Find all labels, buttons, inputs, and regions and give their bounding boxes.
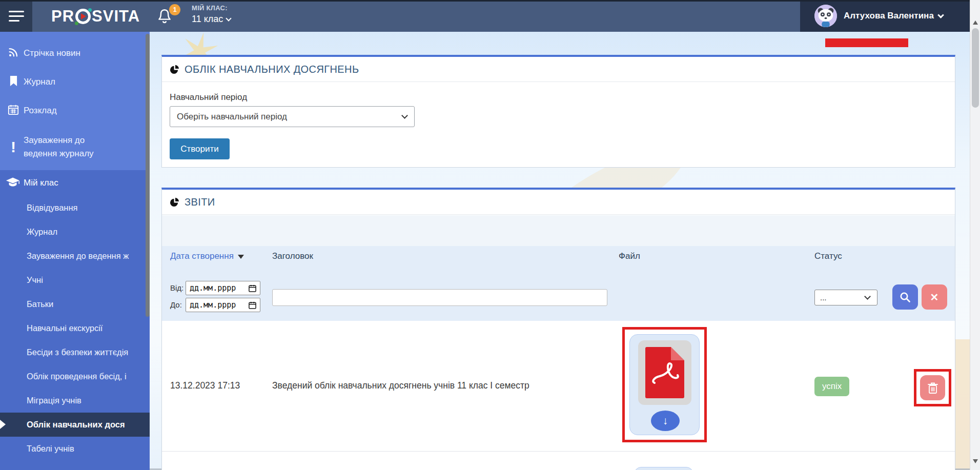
table-header-area: Дата створення Заголовок Файл Статус Від… <box>162 246 955 321</box>
sidebar-item-report-cards[interactable]: Табелі учнів <box>0 437 150 461</box>
sidebar-item-attendance[interactable]: Відвідування <box>0 196 150 220</box>
sidebar-item-journal[interactable]: Журнал <box>0 68 150 96</box>
sidebar-scrollbar[interactable] <box>146 32 150 470</box>
pdf-file-icon <box>645 347 684 398</box>
sidebar-item-safety-talks[interactable]: Бесіди з безпеки життєдія <box>0 340 150 364</box>
sidebar-item-news-feed[interactable]: Стрічка новин <box>0 39 150 68</box>
achievements-card: ОБЛІК НАВЧАЛЬНИХ ДОСЯГНЕНЬ Навчальний пе… <box>161 55 955 168</box>
hamburger-menu-button[interactable] <box>0 0 32 32</box>
period-select[interactable]: Оберіть навчальний період <box>170 106 415 127</box>
clear-filters-button[interactable]: ✕ <box>922 284 947 310</box>
delete-button[interactable] <box>920 375 945 400</box>
scrollbar-thumb[interactable] <box>972 28 979 108</box>
reports-card: ЗВІТИ Дата створення Заголовок Файл Стат… <box>161 188 955 470</box>
trash-icon <box>927 382 938 394</box>
column-header-date-sort[interactable]: Дата створення <box>170 251 244 261</box>
pie-chart-icon <box>170 65 179 74</box>
logo-text-post: SVITA <box>92 7 140 26</box>
graduation-cap-icon <box>5 176 21 190</box>
sort-desc-icon <box>238 255 244 259</box>
sidebar-item-excursions[interactable]: Навчальні екскурсії <box>0 316 150 340</box>
column-header-title: Заголовок <box>272 251 313 261</box>
user-menu[interactable]: Алтухова Валентина <box>800 0 970 32</box>
app-header: PR SVITA 1 МІЙ КЛАС: 11 клас <box>0 0 970 32</box>
pdf-file-tile-partial[interactable] <box>634 467 693 470</box>
hamburger-icon <box>9 11 24 12</box>
sidebar-item-journal-remarks[interactable]: ! Зауваження до ведення журналу <box>0 125 150 169</box>
my-class-dropdown[interactable]: 11 клас <box>192 14 231 25</box>
column-header-file: Файл <box>619 251 640 261</box>
date-from-label: Від: <box>170 283 183 292</box>
main-content: ✶ ОБЛІК НАВЧАЛЬНИХ ДОСЯГНЕНЬ Навчальний … <box>150 32 970 470</box>
chevron-down-icon <box>401 112 408 119</box>
user-name: Алтухова Валентина <box>844 11 943 21</box>
table-row-partial <box>162 452 955 470</box>
background-red-banner-decoration <box>825 38 908 47</box>
date-from-input[interactable]: дд.мм.рррр <box>186 281 260 295</box>
calendar-icon <box>7 104 20 118</box>
period-select-value: Оберіть навчальний період <box>177 112 287 122</box>
sidebar-nav: Стрічка новин Журнал Розклад ! Зауваженн… <box>0 32 150 470</box>
app-logo[interactable]: PR SVITA <box>51 7 140 26</box>
status-badge: успіх <box>814 377 849 396</box>
row-date: 13.12.2023 17:13 <box>170 380 240 391</box>
sidebar-section-my-class: Мій клас Відвідування Журнал Зауваження … <box>0 170 150 470</box>
create-button[interactable]: Створити <box>170 138 230 159</box>
status-filter-select[interactable]: ... <box>814 290 877 305</box>
sidebar-item-class-remarks[interactable]: Зауваження до ведення ж <box>0 244 150 268</box>
window-top-edge <box>0 0 980 2</box>
window-scrollbar[interactable] <box>970 0 980 470</box>
table-row: 13.12.2023 17:13 Зведений облік навчальн… <box>162 321 955 452</box>
search-icon <box>899 291 911 303</box>
scroll-down-arrow-icon[interactable] <box>973 459 978 463</box>
calendar-icon[interactable] <box>249 301 256 309</box>
bookmark-icon <box>7 75 20 89</box>
logo-text-pre: PR <box>51 7 74 26</box>
column-header-status: Статус <box>814 251 842 261</box>
row-title: Зведений облік навчальних досягнень учні… <box>272 380 529 391</box>
period-field-label: Навчальний період <box>170 92 247 103</box>
chevron-down-icon <box>226 15 232 21</box>
pie-chart-icon <box>170 197 179 207</box>
sidebar-item-my-class[interactable]: Мій клас <box>0 170 150 196</box>
notification-badge: 1 <box>169 4 180 15</box>
title-filter-input[interactable] <box>272 289 607 306</box>
exclamation-icon: ! <box>7 138 20 156</box>
sidebar-item-talks-record[interactable]: Облік проведення бесід, і <box>0 364 150 389</box>
date-to-input[interactable]: дд.мм.рррр <box>186 298 260 312</box>
download-arrow-icon: ↓ <box>663 415 668 427</box>
background-cream-decoration <box>953 339 970 470</box>
pdf-thumbnail <box>638 340 691 405</box>
chevron-down-icon <box>937 12 944 18</box>
sidebar-item-schedule[interactable]: Розклад <box>0 96 150 125</box>
avatar <box>814 5 837 27</box>
date-to-label: До: <box>170 300 182 309</box>
pdf-file-tile[interactable]: ↓ <box>629 334 700 435</box>
panda-avatar-icon <box>814 5 837 27</box>
chevron-down-icon <box>864 293 871 300</box>
active-item-arrow-icon <box>0 420 6 429</box>
file-annotation-box: ↓ <box>622 327 707 442</box>
sidebar-item-students[interactable]: Учні <box>0 268 150 292</box>
sidebar-scrollbar-thumb[interactable] <box>146 34 150 317</box>
close-icon: ✕ <box>930 291 939 303</box>
download-button[interactable]: ↓ <box>651 411 680 431</box>
notifications-button[interactable]: 1 <box>156 7 176 28</box>
sidebar-item-achievements-record[interactable]: Облік навчальних дося <box>0 413 150 437</box>
sidebar-item-class-journal[interactable]: Журнал <box>0 220 150 244</box>
sidebar-item-student-migration[interactable]: Міграція учнів <box>0 389 150 413</box>
rss-icon <box>7 47 20 60</box>
card-title: ОБЛІК НАВЧАЛЬНИХ ДОСЯГНЕНЬ <box>185 64 359 75</box>
delete-annotation-box <box>914 369 951 406</box>
table-toolbar <box>162 215 955 246</box>
sidebar-item-parents[interactable]: Батьки <box>0 292 150 316</box>
my-class-label: МІЙ КЛАС: <box>192 4 231 12</box>
calendar-icon[interactable] <box>249 284 256 292</box>
card-title: ЗВІТИ <box>185 196 215 208</box>
my-class-widget: МІЙ КЛАС: 11 клас <box>192 4 231 25</box>
logo-play-icon <box>75 9 91 24</box>
scroll-up-arrow-icon[interactable] <box>973 21 978 25</box>
search-button[interactable] <box>892 284 918 310</box>
